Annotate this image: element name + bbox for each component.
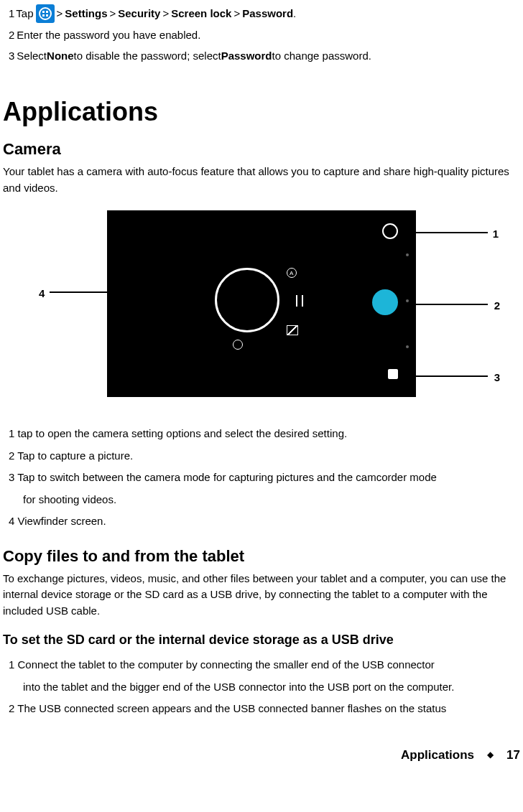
- camera-switch-icon: [233, 340, 243, 350]
- footer-section: Applications: [401, 746, 474, 765]
- password-label: Password: [242, 6, 293, 22]
- grid-icon: [287, 325, 298, 335]
- settings-label: Settings: [65, 6, 107, 22]
- screenlock-label: Screen lock: [171, 6, 231, 22]
- legend-item-4: 4 Viewfinder screen.: [9, 513, 520, 530]
- focus-ring-icon: [215, 268, 279, 332]
- legend-item-3: 3 Tap to switch between the camera mode …: [9, 470, 520, 486]
- usb-step-1: 1 Connect the tablet to the computer by …: [9, 657, 520, 673]
- callout-2: 2: [494, 298, 500, 314]
- sliders-icon: [294, 295, 307, 308]
- callout-3: 3: [494, 370, 500, 386]
- usb-step-1-cont: into the tablet and the bigger end of th…: [9, 679, 520, 696]
- legend-item-1: 1 tap to open the camera setting options…: [9, 426, 520, 442]
- callout-line: [410, 232, 488, 233]
- step-text: Select: [17, 48, 47, 65]
- callout-line: [50, 291, 107, 293]
- step-text: Enter the password you have enabled.: [17, 27, 200, 44]
- step-3: 3 Select None to disable the password; s…: [9, 48, 520, 65]
- camera-intro: Your tablet has a camera with auto-focus…: [3, 164, 520, 196]
- usb-steps: 1 Connect the tablet to the computer by …: [9, 657, 520, 717]
- period: .: [293, 6, 296, 22]
- callout-1: 1: [493, 226, 499, 243]
- indicator-dots: [406, 253, 409, 348]
- applications-heading: Applications: [3, 93, 520, 131]
- shutter-button-icon: [372, 289, 398, 315]
- separator: >: [233, 6, 240, 22]
- step-text: to change password.: [272, 48, 371, 65]
- apps-icon: [36, 4, 55, 23]
- camera-setting-icon: [382, 223, 398, 239]
- separator: >: [57, 6, 63, 22]
- separator: >: [109, 6, 116, 22]
- camera-diagram: 1 2 3 4: [3, 210, 520, 404]
- page-footer: Applications ◆ 17: [3, 746, 520, 765]
- password-steps: 1 Tap > Settings > Security > Screen loc…: [9, 4, 520, 64]
- callout-line: [410, 375, 488, 377]
- copy-files-intro: To exchange pictures, videos, music, and…: [3, 571, 520, 620]
- usb-step-2: 2 The USB connected screen appears and t…: [9, 701, 520, 717]
- step-number: 2: [9, 27, 14, 44]
- auto-icon: [287, 268, 297, 278]
- security-label: Security: [118, 6, 160, 22]
- step-number: 1: [9, 6, 14, 22]
- page-number: 17: [506, 746, 520, 765]
- camera-heading: Camera: [3, 137, 520, 161]
- separator: >: [162, 6, 169, 22]
- callout-4: 4: [39, 286, 45, 302]
- step-1: 1 Tap > Settings > Security > Screen loc…: [9, 4, 520, 23]
- legend-item-3-cont: for shooting videos.: [9, 492, 520, 508]
- step-text: Tap: [16, 6, 33, 22]
- usb-drive-subtitle: To set the SD card or the internal devic…: [3, 630, 520, 650]
- none-label: None: [47, 48, 74, 65]
- camera-viewfinder: [107, 210, 416, 397]
- step-text: to disable the password; select: [74, 48, 221, 65]
- password-label: Password: [221, 48, 272, 65]
- step-2: 2 Enter the password you have enabled.: [9, 27, 520, 44]
- mode-switch-icon: [388, 369, 398, 379]
- callout-line: [410, 304, 488, 305]
- legend-item-2: 2 Tap to capture a picture.: [9, 448, 520, 465]
- diamond-icon: ◆: [487, 748, 494, 761]
- camera-legend: 1 tap to open the camera setting options…: [9, 426, 520, 530]
- step-number: 3: [9, 48, 14, 65]
- copy-files-heading: Copy files to and from the tablet: [3, 544, 520, 568]
